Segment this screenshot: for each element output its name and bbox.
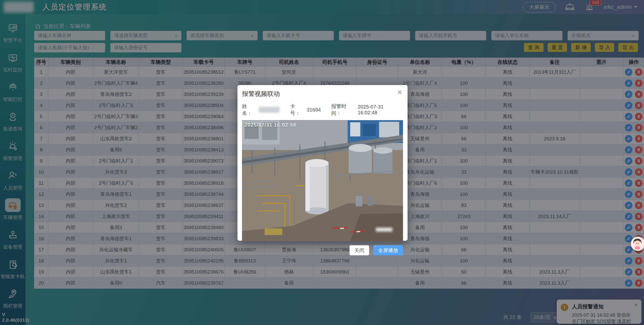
close-button[interactable]: 关闭 xyxy=(350,245,369,255)
card-number: 31694 xyxy=(307,107,321,113)
modal-footer: 关闭 全屏播放 xyxy=(242,245,403,255)
plant-aerial-scene xyxy=(242,120,403,241)
name-label: 姓名： xyxy=(242,103,257,117)
close-icon[interactable]: ✕ xyxy=(397,89,402,96)
modal-title: 报警视频联动 xyxy=(242,90,403,98)
alarm-info-line: 姓名： 卡号： 31694 报警时间： 2025-07-31 16:02:48 xyxy=(242,103,403,117)
fullscreen-play-button[interactable]: 全屏播放 xyxy=(373,245,403,255)
alarm-time-label: 报警时间： xyxy=(331,103,356,117)
alarm-video-modal: 报警视频联动 ✕ 姓名： 卡号： 31694 报警时间： 2025-07-31 … xyxy=(237,85,408,241)
app-root: 人员定位管理系统 大屏展示 163 xrkc_admin 智慧平台实时监控智能灯… xyxy=(0,0,644,325)
alarm-time-value: 2025-07-31 16:02:48 xyxy=(358,104,403,116)
cctv-video-frame[interactable]: 2025/07/31 16:02:58 xyxy=(242,120,403,241)
assistant-avatar[interactable] xyxy=(631,237,644,251)
blurred-person-name xyxy=(259,107,280,113)
blurred-watermark xyxy=(376,228,392,232)
card-label: 卡号： xyxy=(290,103,305,117)
video-timestamp: 2025/07/31 16:02:58 xyxy=(245,122,296,128)
